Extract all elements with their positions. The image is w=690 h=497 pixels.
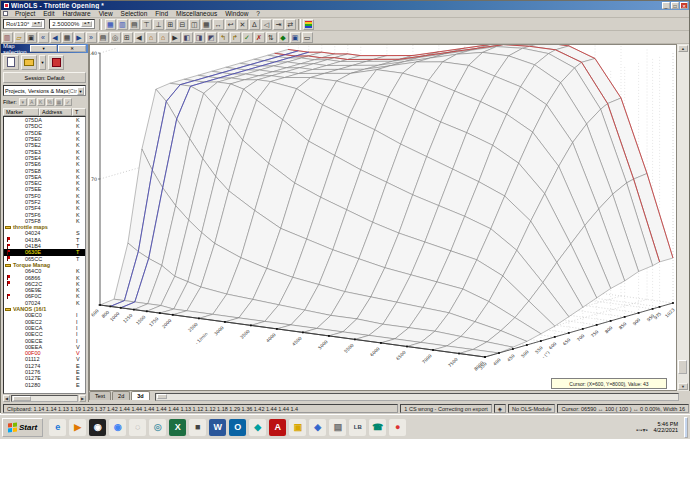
map-list-row[interactable]: 075F6 K	[4, 211, 85, 217]
panel-pin-icon[interactable]: ▾	[30, 45, 58, 52]
map-list-row[interactable]: 075EA K	[4, 174, 85, 180]
previous-icon[interactable]: ◁	[261, 19, 272, 30]
lb-app-icon[interactable]: LB	[349, 419, 366, 436]
map-list-row[interactable]: 00ECC I	[4, 331, 85, 337]
map-list-row[interactable]: 075F2 K	[4, 199, 85, 205]
add-map-icon[interactable]: ⊞	[122, 32, 133, 43]
app-dark-icon[interactable]: ■	[189, 419, 206, 436]
show-desktop-button[interactable]	[684, 417, 688, 438]
media-player-icon[interactable]: ▶	[69, 419, 86, 436]
scroll-up-icon[interactable]: ▲	[678, 45, 688, 52]
map-list-row[interactable]: 06C2C K	[4, 281, 85, 287]
map-list-row[interactable]: 00ECA I	[4, 325, 85, 331]
map-list-row[interactable]: 0418A T	[4, 237, 85, 243]
color-levels-icon[interactable]	[303, 19, 314, 30]
map-list-row[interactable]: 075DA K	[4, 117, 85, 123]
chevron-down-icon[interactable]: ▼	[77, 87, 84, 95]
undo-icon[interactable]: ↰	[218, 32, 229, 43]
scroll-track[interactable]	[11, 395, 78, 402]
forward-icon[interactable]: ▶	[170, 32, 181, 43]
menu-item[interactable]: Selection	[117, 10, 152, 17]
map-list-row[interactable]: 00EC0 I	[4, 312, 85, 318]
grid-minus-icon[interactable]: ⊟	[177, 19, 188, 30]
panel-title-bar[interactable]: Map selection ▾ ✕	[1, 44, 88, 53]
scroll-thumb[interactable]	[13, 396, 31, 401]
map-list-row[interactable]: 041B4 T	[4, 243, 85, 249]
session-button[interactable]: Session: Default	[3, 72, 86, 83]
map-list-row[interactable]: 0127E E	[4, 375, 85, 381]
map-list-row[interactable]: 01280 E	[4, 381, 85, 387]
grid-icon[interactable]: ▦	[201, 19, 212, 30]
tree-mode-select[interactable]: Projects, Versions & Maps [Ctr ▼	[3, 85, 86, 96]
scroll-right-icon[interactable]: ▶	[79, 395, 86, 402]
map-list-row[interactable]: 075E6 K	[4, 161, 85, 167]
map-list-row[interactable]: 075DE K	[4, 130, 85, 136]
print-icon[interactable]: ▥	[2, 32, 13, 43]
menu-item[interactable]: Edit	[39, 10, 58, 17]
redo-icon[interactable]: ↱	[230, 32, 241, 43]
map-list-row[interactable]: 075F8 K	[4, 218, 85, 224]
internet-explorer-icon[interactable]: e	[49, 419, 66, 436]
tab-scrollbar[interactable]	[151, 392, 681, 401]
map-list-row[interactable]: 075E0 K	[4, 136, 85, 142]
first-map-icon[interactable]: «	[38, 32, 49, 43]
map-list-row[interactable]: 0630E T	[4, 249, 85, 255]
home-2-icon[interactable]: ⌂	[158, 32, 169, 43]
app-gray-1-icon[interactable]: ◌	[129, 419, 146, 436]
close-button[interactable]: ✕	[680, 2, 688, 9]
map-version-c-icon[interactable]: ◩	[206, 32, 217, 43]
map-list-row[interactable]: 00EEA V	[4, 344, 85, 350]
map-list-row[interactable]: 04024 S	[4, 230, 85, 236]
map-list-row[interactable]: 01274 E	[4, 363, 85, 369]
map-list-row[interactable]: 075F0 K	[4, 193, 85, 199]
delete-icon[interactable]: ✕	[237, 19, 248, 30]
view-tab[interactable]: 2d	[112, 391, 130, 400]
panel-close-icon[interactable]: ✕	[58, 45, 86, 52]
clock[interactable]: 5:46 PM 4/22/2021	[654, 421, 678, 433]
column-header-type[interactable]: T	[72, 108, 86, 116]
word-icon[interactable]: W	[209, 419, 226, 436]
open-project-icon[interactable]: ▱	[14, 32, 25, 43]
map-list-row[interactable]: 01112 V	[4, 356, 85, 362]
menu-item[interactable]: ?	[252, 10, 264, 17]
menu-item[interactable]: Find	[151, 10, 172, 17]
zoom-icon[interactable]: ◎	[110, 32, 121, 43]
view-tab[interactable]: 3d	[131, 391, 149, 400]
filter-apply-icon[interactable]: ✓	[64, 98, 72, 106]
map-3d-view[interactable]: 7014060080010001250150017502000250030003…	[89, 44, 677, 391]
window-icon[interactable]: ▣	[26, 32, 37, 43]
map-list-row[interactable]: 064C0 K	[4, 268, 85, 274]
app-teal-icon[interactable]: ◆	[249, 419, 266, 436]
grid-plus-icon[interactable]: ⊞	[165, 19, 176, 30]
maximize-button[interactable]: □	[671, 2, 679, 9]
current-map-icon[interactable]: ▦	[62, 32, 73, 43]
acrobat-icon[interactable]: A	[269, 419, 286, 436]
menu-item[interactable]: View	[95, 10, 117, 17]
undo-view-icon[interactable]: ↩	[225, 19, 236, 30]
title-bar[interactable]: WinOLS - Throttle Opening * _ □ ✕	[1, 1, 689, 10]
camera-app-icon[interactable]: ◉	[89, 419, 106, 436]
view-2d-icon[interactable]: ▦	[105, 19, 116, 30]
map-list-row[interactable]: 00F00 V	[4, 350, 85, 356]
sort-icon[interactable]: ⇅	[266, 32, 277, 43]
map-list-row[interactable]: throttle maps	[4, 224, 85, 230]
open-map-button[interactable]	[21, 55, 37, 70]
menu-item[interactable]: Project	[11, 10, 39, 17]
apply-icon[interactable]: ✓	[242, 32, 253, 43]
zoom-spinner[interactable]: 2.50000% ▲▼	[49, 19, 95, 29]
back-icon[interactable]: ◀	[134, 32, 145, 43]
app-gray-2-icon[interactable]: ◎	[149, 419, 166, 436]
scroll-track[interactable]	[677, 53, 689, 382]
spinner-arrows-icon[interactable]: ▲▼	[31, 21, 42, 27]
filter-type-icon[interactable]: K	[37, 98, 45, 106]
tray-safely-remove-icon[interactable]: ▪	[645, 427, 647, 433]
columns-icon[interactable]: ◫	[189, 19, 200, 30]
minimize-button[interactable]: _	[662, 2, 670, 9]
scroll-left-icon[interactable]: ◀	[3, 395, 10, 402]
chrome-icon[interactable]: ◉	[109, 419, 126, 436]
frame-bottom-icon[interactable]: ⊥	[153, 19, 164, 30]
view-tab[interactable]: Text	[89, 391, 111, 400]
view-3d-icon[interactable]: ▥	[117, 19, 128, 30]
filter-name-icon[interactable]: A	[28, 98, 36, 106]
new-map-button[interactable]	[3, 55, 19, 70]
